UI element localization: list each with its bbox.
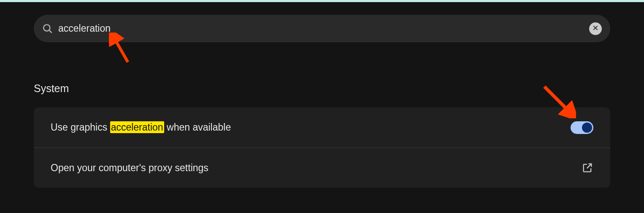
clear-search-button[interactable]: [589, 22, 602, 35]
row-graphics-acceleration[interactable]: Use graphics acceleration when available: [34, 107, 610, 147]
row-label-proxy: Open your computer's proxy settings: [51, 162, 208, 174]
close-icon: [592, 25, 599, 33]
external-link-icon: [582, 162, 593, 174]
svg-line-1: [49, 30, 52, 33]
section-title-system: System: [34, 82, 610, 95]
label-text-pre: Use graphics: [51, 122, 110, 133]
search-icon: [42, 23, 53, 34]
search-highlight: acceleration: [110, 121, 164, 133]
top-accent-strip: [0, 0, 644, 2]
toggle-knob: [582, 123, 592, 133]
system-settings-panel: Use graphics acceleration when available…: [34, 107, 610, 188]
svg-point-0: [43, 25, 50, 31]
row-proxy-settings[interactable]: Open your computer's proxy settings: [34, 147, 610, 188]
label-text-post: when available: [164, 122, 231, 133]
toggle-graphics-acceleration[interactable]: [571, 121, 593, 134]
search-bar[interactable]: [34, 15, 610, 42]
search-input[interactable]: [58, 23, 589, 34]
row-label-graphics: Use graphics acceleration when available: [51, 122, 231, 133]
